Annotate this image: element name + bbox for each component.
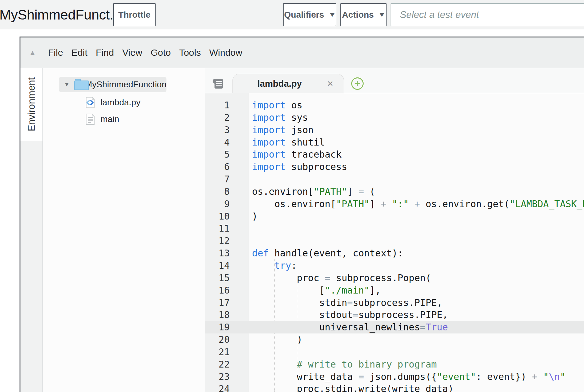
code-line-7[interactable]: 7 bbox=[205, 173, 584, 185]
tree-item-main[interactable]: main bbox=[86, 113, 119, 125]
environment-tab-label: Environment bbox=[26, 77, 37, 131]
environment-tab[interactable]: Environment bbox=[20, 68, 42, 141]
line-number: 9 bbox=[205, 198, 249, 210]
caret-down-icon: ▼ bbox=[328, 11, 336, 18]
code-line-9[interactable]: 9 os.environ["PATH"] + ":" + os.environ.… bbox=[205, 198, 584, 210]
actions-button[interactable]: Actions ▼ bbox=[340, 3, 387, 26]
code-line-21[interactable]: 21 bbox=[205, 346, 584, 358]
qualifiers-button[interactable]: Qualifiers ▼ bbox=[283, 3, 336, 26]
line-number: 6 bbox=[205, 161, 249, 173]
tree-folder-row[interactable]: ▼ MyShimmedFunction bbox=[59, 77, 166, 92]
code-line-2[interactable]: 2import sys bbox=[205, 111, 584, 124]
code-text: ) bbox=[249, 210, 258, 223]
line-number: 8 bbox=[205, 185, 249, 198]
tree-item-lambda-py[interactable]: lambda.py bbox=[86, 97, 140, 108]
menu-item-view[interactable]: View bbox=[122, 47, 142, 58]
code-text: proc = subprocess.Popen( bbox=[249, 272, 431, 284]
line-number: 13 bbox=[205, 247, 249, 259]
line-number: 2 bbox=[205, 111, 249, 124]
code-text: stdin=subprocess.PIPE, bbox=[249, 297, 442, 309]
code-line-22[interactable]: 22 # write to binary program bbox=[205, 358, 584, 371]
code-text: import traceback bbox=[249, 148, 342, 161]
menu-item-find[interactable]: Find bbox=[96, 47, 114, 58]
function-title: MyShimmedFunct... bbox=[0, 0, 121, 29]
line-number: 20 bbox=[205, 333, 249, 346]
code-text: import json bbox=[249, 124, 314, 136]
menu-item-tools[interactable]: Tools bbox=[179, 47, 201, 58]
code-text: import subprocess bbox=[249, 161, 347, 173]
menu-item-file[interactable]: File bbox=[48, 47, 63, 58]
code-line-14[interactable]: 14 try: bbox=[205, 259, 584, 272]
code-line-12[interactable]: 12 bbox=[205, 235, 584, 247]
throttle-button[interactable]: Throttle bbox=[113, 3, 156, 26]
code-line-18[interactable]: 18 stdout=subprocess.PIPE, bbox=[205, 309, 584, 321]
line-number: 5 bbox=[205, 148, 249, 161]
menu-item-edit[interactable]: Edit bbox=[71, 47, 87, 58]
code-line-15[interactable]: 15 proc = subprocess.Popen( bbox=[205, 272, 584, 284]
code-text: import os bbox=[249, 99, 303, 111]
tab-lambda-py[interactable]: lambda.py × bbox=[232, 74, 344, 93]
close-tab-icon[interactable]: × bbox=[327, 77, 333, 89]
code-text: stdout=subprocess.PIPE, bbox=[249, 309, 448, 321]
tree-folder-label: MyShimmedFunction bbox=[85, 80, 166, 89]
tab-list-icon[interactable] bbox=[212, 78, 223, 90]
tab-label: lambda.py bbox=[257, 79, 302, 89]
plus-icon: + bbox=[354, 78, 360, 89]
code-lines: 1import os2import sys3import json4import… bbox=[205, 99, 584, 392]
code-line-11[interactable]: 11 bbox=[205, 222, 584, 235]
code-text: proc.stdin.write(write_data) bbox=[249, 383, 453, 392]
code-text: universal_newlines=True bbox=[249, 321, 448, 333]
line-number: 15 bbox=[205, 272, 249, 284]
code-editor[interactable]: 1import os2import sys3import json4import… bbox=[205, 93, 584, 392]
code-text: def handle(event, context): bbox=[249, 247, 403, 259]
line-number: 21 bbox=[205, 346, 249, 358]
code-text: ) bbox=[249, 333, 303, 346]
code-text: ["./main"], bbox=[249, 284, 381, 297]
code-line-16[interactable]: 16 ["./main"], bbox=[205, 284, 584, 297]
code-line-20[interactable]: 20 ) bbox=[205, 333, 584, 346]
tree-file-label: main bbox=[100, 114, 119, 124]
collapse-panel-icon[interactable]: ▲ bbox=[29, 49, 36, 57]
tree-file-label: lambda.py bbox=[100, 98, 140, 107]
code-text: write_data = json.dumps({"event": event}… bbox=[249, 371, 565, 383]
code-line-17[interactable]: 17 stdin=subprocess.PIPE, bbox=[205, 297, 584, 309]
code-line-24[interactable]: 24 proc.stdin.write(write_data) bbox=[205, 383, 584, 392]
line-number: 22 bbox=[205, 358, 249, 371]
line-number: 11 bbox=[205, 222, 249, 235]
new-tab-button[interactable]: + bbox=[351, 77, 364, 90]
menu-item-window[interactable]: Window bbox=[209, 47, 242, 58]
line-number: 3 bbox=[205, 124, 249, 136]
line-number: 4 bbox=[205, 136, 249, 149]
line-number: 24 bbox=[205, 383, 249, 392]
code-line-23[interactable]: 23 write_data = json.dumps({"event": eve… bbox=[205, 371, 584, 383]
code-text bbox=[249, 173, 252, 185]
code-file-icon bbox=[86, 97, 95, 108]
tree-expanded-icon: ▼ bbox=[64, 81, 70, 88]
menu-items: FileEditFindViewGotoToolsWindow bbox=[48, 47, 242, 58]
code-line-13[interactable]: 13def handle(event, context): bbox=[205, 247, 584, 259]
test-event-select[interactable]: Select a test event bbox=[391, 3, 584, 26]
test-event-placeholder: Select a test event bbox=[400, 9, 479, 20]
actions-button-label: Actions bbox=[342, 10, 374, 20]
code-line-1[interactable]: 1import os bbox=[205, 99, 584, 111]
code-line-19[interactable]: 19 universal_newlines=True bbox=[205, 321, 584, 333]
code-text: # write to binary program bbox=[249, 358, 437, 371]
console-header: MyShimmedFunct... Throttle Qualifiers ▼ … bbox=[0, 0, 584, 29]
line-number: 18 bbox=[205, 309, 249, 321]
editor-tabbar: lambda.py × + bbox=[205, 68, 584, 93]
code-text bbox=[249, 222, 252, 235]
code-text bbox=[249, 235, 252, 247]
file-tree-panel: ▼ MyShimmedFunction lambda.py main bbox=[43, 68, 205, 392]
line-number: 10 bbox=[205, 210, 249, 223]
code-line-6[interactable]: 6import subprocess bbox=[205, 161, 584, 173]
menu-item-goto[interactable]: Goto bbox=[151, 47, 171, 58]
line-number: 16 bbox=[205, 284, 249, 297]
throttle-button-label: Throttle bbox=[118, 10, 150, 20]
code-line-4[interactable]: 4import shutil bbox=[205, 136, 584, 149]
code-line-8[interactable]: 8os.environ["PATH"] = ( bbox=[205, 185, 584, 198]
line-number: 14 bbox=[205, 259, 249, 272]
line-number: 17 bbox=[205, 297, 249, 309]
code-line-5[interactable]: 5import traceback bbox=[205, 148, 584, 161]
code-line-10[interactable]: 10) bbox=[205, 210, 584, 223]
code-line-3[interactable]: 3import json bbox=[205, 124, 584, 136]
